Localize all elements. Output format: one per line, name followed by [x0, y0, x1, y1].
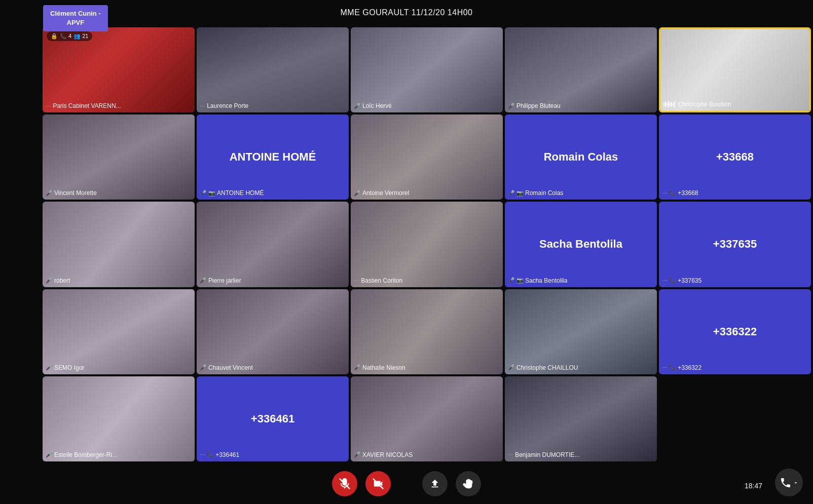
- video-cell-vincent[interactable]: 🎤 Vincent Morette: [43, 114, 195, 200]
- cam-icon: [373, 478, 384, 489]
- mic-off-icon: 🎤: [354, 103, 361, 109]
- top-bar: MME GOURAULT 11/12/20 14H00: [0, 0, 813, 25]
- participant-name-romain: 🎤 📷 Romain Colas: [508, 189, 563, 197]
- mute-button[interactable]: [332, 471, 357, 496]
- camera-feed-chauvet: [197, 289, 349, 374]
- phone-icon: 📞: [207, 451, 214, 458]
- video-cell-estelle[interactable]: 🎤 Estelle Bomberger-Ri...: [43, 376, 195, 461]
- camera-feed-xavier: [351, 376, 503, 461]
- video-cell-bastien[interactable]: ···· Bastien Coriton: [351, 202, 503, 287]
- camera-feed-bastien: [351, 202, 503, 287]
- video-cell-chauvet[interactable]: 🎤 Chauvet Vincent: [197, 289, 349, 374]
- camera-feed-estelle: [43, 376, 195, 461]
- empty-cell: [659, 376, 811, 461]
- phone-icon: 📞: [669, 190, 676, 197]
- participant-name-phone-33668: ···· 📞 +33668: [662, 189, 698, 197]
- video-cell-phone-337635[interactable]: +337635 ···· 📞 +337635: [659, 202, 811, 287]
- camera-feed-christophe: [660, 29, 809, 111]
- video-cell-christophe-b[interactable]: Christophe Bouillon: [659, 27, 811, 112]
- video-cell-phone-336322[interactable]: +336322 ···· 📞 +336322: [659, 289, 811, 374]
- mic-off-icon: 🎤: [508, 190, 515, 197]
- mic-off-icon: 🎤: [200, 277, 207, 284]
- participant-name-paris: ···· Paris Cabinet VARENN...: [46, 102, 121, 109]
- participant-avatar-text-sacha: Sacha Bentolila: [534, 232, 627, 256]
- mic-off-icon: 🎤: [46, 364, 53, 371]
- camera-feed-christophe-c: [505, 289, 657, 374]
- video-cell-antoine-v[interactable]: 🎤 Antoine Vermorel: [351, 114, 503, 200]
- participant-name-bastien: ···· Bastien Coriton: [354, 277, 402, 284]
- mic-off-icon: 🎤: [354, 451, 361, 458]
- participant-name-nathalie: 🎤 Nathalie Nieson: [354, 364, 405, 371]
- phone-up-icon: [780, 477, 792, 489]
- phone-icon: 📞: [669, 364, 676, 371]
- video-cell-phone-33668[interactable]: +33668 ···· 📞 +33668: [659, 114, 811, 200]
- phone-end-button[interactable]: [775, 469, 803, 496]
- share-button[interactable]: [422, 471, 448, 496]
- video-cell-romain[interactable]: Romain Colas 🎤 📷 Romain Colas: [505, 114, 657, 200]
- video-cell-loic[interactable]: 🎤 Loïc Hervé: [351, 27, 503, 112]
- mic-icon: [339, 478, 350, 489]
- participant-avatar-text: ANTOINE HOMÉ: [225, 145, 321, 169]
- phone-number-display-336322: +336322: [713, 325, 757, 338]
- mic-off-icon: 🎤: [354, 190, 361, 197]
- chevron-up-icon: [793, 480, 799, 486]
- camera-feed-nathalie: [351, 289, 503, 374]
- participant-name-pierre: 🎤 Pierre jarlier: [200, 277, 241, 284]
- mic-off-icon: 🎤: [508, 364, 515, 371]
- participant-name-phone-336322: ···· 📞 +336322: [662, 364, 701, 371]
- mic-off-icon: 🎤: [508, 103, 515, 109]
- camera-feed-laurence: [197, 27, 349, 112]
- camera-feed-philippe: [505, 27, 657, 112]
- cam-off-icon: 📷: [516, 190, 524, 197]
- camera-feed-loic: [351, 27, 503, 112]
- video-cell-semo[interactable]: 🎤 SEMO Igor: [43, 289, 195, 374]
- video-cell-xavier[interactable]: 🎤 XAVIER NICOLAS: [351, 376, 503, 461]
- participant-name-robert: 🎤 robert: [46, 277, 70, 284]
- cam-off-icon: 📷: [208, 190, 215, 197]
- phone-number-display: +33668: [716, 150, 754, 164]
- camera-feed-benjamin: [505, 376, 657, 461]
- video-grid: 🔒 📞 4 👥 21 ···· Paris Cabinet VARENN... …: [41, 25, 813, 463]
- mic-off-icon: 🎤: [354, 364, 361, 371]
- mic-off-icon: 🎤: [46, 190, 53, 197]
- hand-icon: [463, 478, 474, 489]
- participant-avatar-text-romain: Romain Colas: [539, 145, 623, 169]
- video-cell-sacha[interactable]: Sacha Bentolila 🎤 📷 Sacha Bentolila: [505, 202, 657, 287]
- participant-name-chauvet: 🎤 Chauvet Vincent: [200, 364, 253, 371]
- cam-toggle-button[interactable]: [365, 471, 391, 496]
- mic-off-icon: 🎤: [200, 364, 207, 371]
- mic-off-icon: 🎤: [46, 451, 53, 458]
- video-cell-antoine-home[interactable]: ANTOINE HOMÉ 🎤 📷 ANTOINE HOMÉ: [197, 114, 349, 200]
- video-cell-robert[interactable]: 🎤 robert: [43, 202, 195, 287]
- participant-name-sacha: 🎤 📷 Sacha Bentolila: [508, 277, 567, 284]
- participant-name-christophe-c: 🎤 Christophe CHAILLOU: [508, 364, 578, 371]
- phone-number-display-337635: +337635: [713, 238, 757, 251]
- hand-button[interactable]: [456, 471, 481, 496]
- camera-feed-antoine-v: [351, 114, 503, 200]
- mic-off-icon: 🎤: [46, 277, 53, 284]
- participant-badge: 🔒 📞 4 👥 21: [47, 31, 92, 41]
- camera-feed-robert: [43, 202, 195, 287]
- video-cell-pierre[interactable]: 🎤 Pierre jarlier: [197, 202, 349, 287]
- video-cell-christophe-c[interactable]: 🎤 Christophe CHAILLOU: [505, 289, 657, 374]
- participant-name-estelle: 🎤 Estelle Bomberger-Ri...: [46, 451, 117, 458]
- mic-off-icon: 🎤: [508, 277, 515, 284]
- video-cell-philippe[interactable]: 🎤 Philippe Bluteau: [505, 27, 657, 112]
- speaking-indicator: [663, 101, 675, 108]
- video-cell-laurence[interactable]: ···· Laurence Porte: [197, 27, 349, 112]
- video-cell-paris[interactable]: 🔒 📞 4 👥 21 ···· Paris Cabinet VARENN...: [43, 27, 195, 112]
- video-cell-benjamin[interactable]: ···· Benjamin DUMORTIE...: [505, 376, 657, 461]
- participant-name-xavier: 🎤 XAVIER NICOLAS: [354, 451, 413, 458]
- toolbar: 18:47: [0, 463, 813, 504]
- participant-name-semo: 🎤 SEMO Igor: [46, 364, 84, 371]
- phone-icon: 📞: [669, 277, 676, 284]
- speaker-label: Clément Cunin -APVF: [43, 5, 108, 31]
- participant-name-antoine-home: 🎤 📷 ANTOINE HOMÉ: [200, 189, 264, 197]
- video-cell-nathalie[interactable]: 🎤 Nathalie Nieson: [351, 289, 503, 374]
- participant-name-phone-337635: ···· 📞 +337635: [662, 277, 701, 284]
- participant-name-christophe-b: Christophe Bouillon: [663, 101, 731, 108]
- phone-number-display-336461: +336461: [251, 412, 294, 425]
- participant-name-philippe: 🎤 Philippe Bluteau: [508, 102, 561, 109]
- video-cell-phone-336461[interactable]: +336461 ···· 📞 +336461: [197, 376, 349, 461]
- meeting-title: MME GOURAULT 11/12/20 14H00: [340, 8, 472, 17]
